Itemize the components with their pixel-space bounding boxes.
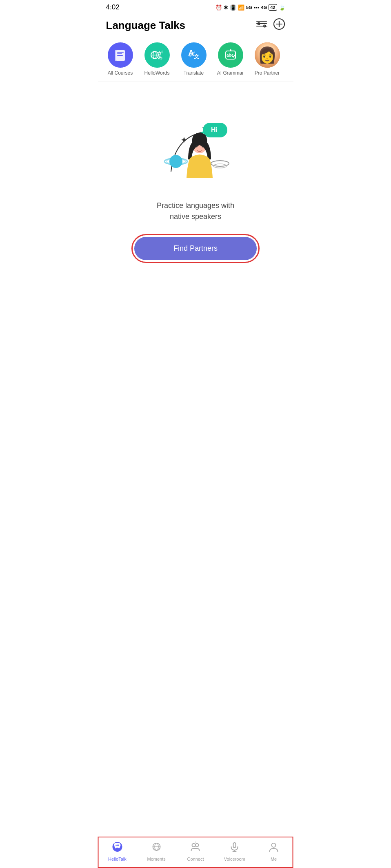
svg-point-23 (230, 49, 231, 51)
add-circle-icon[interactable] (273, 18, 285, 33)
signal-bars-icon: ▪▪▪ (254, 4, 260, 11)
category-hellowords-label: HelloWords (144, 70, 170, 76)
header: Language Talks (98, 14, 293, 38)
all-courses-icon (108, 42, 133, 68)
signal-5g-icon: 5G (246, 5, 252, 10)
svg-rect-10 (117, 52, 124, 53)
svg-point-30 (202, 146, 203, 148)
practice-text: Practice languages withnative speakers (157, 200, 234, 222)
svg-rect-11 (117, 53, 122, 54)
illustration: Hi (151, 106, 240, 188)
alarm-icon: ⏰ (215, 4, 222, 11)
hellowords-icon: が あ (144, 42, 170, 68)
page-title: Language Talks (106, 19, 186, 32)
svg-rect-12 (117, 55, 123, 56)
translate-icon: A 文 (181, 42, 207, 68)
category-all-courses[interactable]: All Courses (102, 42, 139, 76)
svg-text:あ: あ (158, 55, 162, 60)
category-all-courses-label: All Courses (108, 70, 133, 76)
bluetooth-icon: ✱ (224, 4, 228, 11)
filter-list-icon[interactable] (256, 20, 267, 31)
signal-4g-icon: 4G (261, 5, 267, 10)
category-translate[interactable]: A 文 Translate (176, 42, 212, 76)
svg-point-31 (169, 155, 182, 168)
svg-text:Hi: Hi (211, 126, 218, 133)
category-hellowords[interactable]: が あ HelloWords (139, 42, 176, 76)
status-icons: ⏰ ✱ 📳 📶 5G ▪▪▪ 4G 42 🍃 (215, 4, 285, 11)
category-pro-partner[interactable]: Pro Partner (249, 42, 286, 76)
ai-grammar-icon: abc (218, 42, 243, 68)
battery-leaf-icon: 🍃 (279, 4, 285, 11)
categories-row: All Courses が あ HelloWords A 文 Translate (98, 38, 293, 82)
find-partners-button[interactable]: Find Partners (134, 237, 257, 260)
header-actions (256, 18, 285, 33)
category-ai-grammar-label: AI Grammar (217, 70, 244, 76)
pro-partner-avatar (255, 42, 280, 68)
status-time: 4:02 (106, 3, 120, 11)
wifi-icon: 📶 (238, 4, 244, 11)
battery-indicator: 42 (269, 4, 277, 11)
svg-text:文: 文 (194, 53, 199, 60)
svg-rect-13 (115, 50, 116, 61)
vibrate-icon: 📳 (230, 4, 236, 11)
status-bar: 4:02 ⏰ ✱ 📳 📶 5G ▪▪▪ 4G 42 🍃 (98, 0, 293, 14)
category-ai-grammar[interactable]: abc AI Grammar (212, 42, 249, 76)
category-translate-label: Translate (184, 70, 204, 76)
main-content: Hi Practice languages withnative speaker… (98, 82, 293, 268)
svg-point-29 (196, 146, 198, 148)
category-pro-partner-label: Pro Partner (255, 70, 280, 76)
